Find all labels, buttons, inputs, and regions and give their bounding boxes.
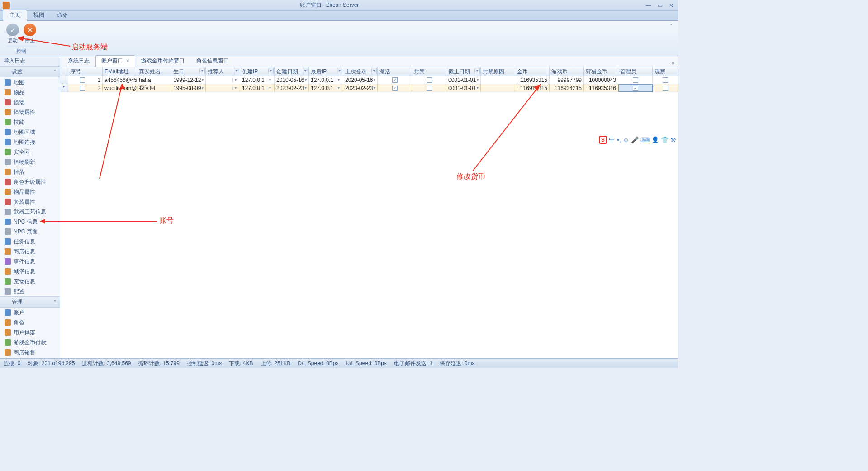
cell-9[interactable] (378, 76, 412, 84)
ribbon-tab-view[interactable]: 视图 (27, 10, 51, 20)
col-header-3[interactable]: 生日▾ (171, 67, 206, 76)
table-row[interactable]: 1a456456@45...haha1999-12-12▾▾127.0.0.1▾… (60, 76, 678, 84)
ime-punct-icon[interactable]: •, (617, 136, 621, 143)
cell-dropdown-icon[interactable]: ▾ (232, 86, 238, 90)
sidebar-item-0-1[interactable]: 物品 (0, 87, 60, 97)
cell-dropdown-icon[interactable]: ▾ (336, 78, 341, 82)
col-header-9[interactable]: 激活 (378, 67, 412, 76)
sidebar-item-1-3[interactable]: 游戏金币付款 (0, 338, 60, 347)
sidebar-item-0-9[interactable]: 掉落 (0, 167, 60, 177)
sidebar-item-1-0[interactable]: 账户 (0, 308, 60, 318)
sidebar-group-0[interactable]: 设置˄ (0, 66, 60, 77)
cell-5[interactable]: 127.0.0.1▾ (240, 76, 275, 84)
col-header-12[interactable]: 封禁原因 (481, 67, 515, 76)
tabs-close-icon[interactable]: × (668, 60, 678, 67)
cell-11[interactable]: 0001-01-01▾ (446, 84, 481, 92)
sidebar-item-0-15[interactable]: NPC 页面 (0, 227, 60, 237)
cell-dropdown-icon[interactable]: ▾ (267, 78, 272, 82)
cell-dropdown-icon[interactable]: ▾ (373, 86, 375, 90)
ribbon-tab-home[interactable]: 主页 (3, 10, 27, 21)
cell-6[interactable]: 2023-02-23▾ (275, 84, 309, 92)
ime-lang[interactable]: 中 (609, 136, 615, 144)
sidebar-item-0-7[interactable]: 安全区 (0, 147, 60, 157)
cell-dropdown-icon[interactable]: ▾ (201, 86, 204, 90)
col-header-2[interactable]: 真实姓名 (137, 67, 171, 76)
doc-tab-1[interactable]: 账户窗口✕ (95, 55, 135, 67)
cell-dropdown-icon[interactable]: ▾ (304, 78, 307, 82)
sidebar-item-0-20[interactable]: 宠物信息 (0, 276, 60, 286)
sidebar-item-0-3[interactable]: 怪物属性 (0, 107, 60, 117)
col-header-15[interactable]: 狩猎金币 (584, 67, 618, 76)
col-header-0[interactable]: 序号 (68, 67, 103, 76)
ime-skin-icon[interactable]: 👕 (661, 136, 669, 143)
cell-2[interactable]: 我问问 (137, 84, 171, 92)
ime-mic-icon[interactable]: 🎤 (631, 136, 639, 143)
cell-15[interactable]: 116935316 (584, 84, 618, 92)
doc-tab-2[interactable]: 游戏金币付款窗口 (135, 55, 190, 67)
col-header-10[interactable]: 封禁 (412, 67, 446, 76)
maximize-icon[interactable]: ▭ (658, 2, 663, 9)
cell-16[interactable] (618, 76, 653, 84)
ime-tool-icon[interactable]: ⚒ (670, 136, 676, 143)
cell-3[interactable]: 1995-08-09▾ (171, 84, 206, 92)
cell-10[interactable] (412, 76, 446, 84)
col-header-4[interactable]: 推荐人▾ (206, 67, 240, 76)
cell-0[interactable]: 1 (68, 76, 103, 84)
cell-dropdown-icon[interactable]: ▾ (201, 78, 204, 82)
sidebar-truncated[interactable]: 导入日志 (0, 56, 60, 66)
cell-14[interactable]: 99997799 (550, 76, 584, 84)
cell-dropdown-icon[interactable]: ▾ (336, 86, 341, 90)
cell-7[interactable]: 127.0.0.1▾ (309, 84, 343, 92)
cell-1[interactable]: a456456@45... (103, 76, 137, 84)
cell-12[interactable] (481, 76, 515, 84)
cell-4[interactable]: ▾ (206, 84, 240, 92)
col-header-14[interactable]: 游戏币 (550, 67, 584, 76)
row-check[interactable] (80, 77, 85, 83)
stop-button[interactable]: ✕ 停止 (23, 23, 37, 44)
sidebar-item-0-8[interactable]: 怪物刷新 (0, 157, 60, 167)
cell-2[interactable]: haha (137, 76, 171, 84)
cell-17[interactable] (653, 76, 678, 84)
col-header-6[interactable]: 创建日期▾ (275, 67, 309, 76)
active-check[interactable] (392, 77, 398, 83)
col-dropdown-icon[interactable]: ▾ (303, 68, 308, 74)
sidebar-item-0-5[interactable]: 地图区域 (0, 127, 60, 137)
cell-dropdown-icon[interactable]: ▾ (373, 78, 375, 82)
cell-13[interactable]: 116918315 (515, 84, 550, 92)
sidebar-item-0-12[interactable]: 套装属性 (0, 197, 60, 207)
sidebar-item-0-6[interactable]: 地图连接 (0, 137, 60, 147)
sidebar-item-1-1[interactable]: 角色 (0, 318, 60, 328)
sidebar-item-1-4[interactable]: 商店销售 (0, 347, 60, 357)
col-header-7[interactable]: 最后IP▾ (309, 67, 343, 76)
cell-8[interactable]: 2020-05-16▾ (343, 76, 378, 84)
row-check[interactable] (80, 86, 85, 91)
sidebar-item-0-13[interactable]: 武器工艺信息 (0, 207, 60, 217)
cell-dropdown-icon[interactable]: ▾ (232, 78, 238, 82)
col-header-13[interactable]: 金币 (515, 67, 550, 76)
ban-check[interactable] (427, 77, 432, 83)
sidebar-item-0-19[interactable]: 城堡信息 (0, 266, 60, 276)
col-header-16[interactable]: 管理员 (618, 67, 653, 76)
sidebar-group-1[interactable]: 管理˄ (0, 296, 60, 308)
doc-tab-0[interactable]: 系统日志 (62, 55, 95, 67)
table-row[interactable]: ▸ 2wudiliucom@q...我问问1995-08-09▾▾127.0.0… (60, 84, 678, 92)
ime-kbd-icon[interactable]: ⌨ (640, 136, 650, 143)
cell-13[interactable]: 116935315 (515, 76, 550, 84)
col-header-11[interactable]: 截止日期▾ (446, 67, 481, 76)
cell-8[interactable]: 2023-02-23▾ (343, 84, 378, 92)
doc-tab-3[interactable]: 角色信息窗口 (190, 55, 235, 67)
tab-close-icon[interactable]: ✕ (126, 58, 129, 63)
cell-5[interactable]: 127.0.0.1▾ (240, 84, 275, 92)
col-dropdown-icon[interactable]: ▾ (268, 68, 274, 74)
ribbon-collapse-icon[interactable]: ˄ (667, 23, 675, 31)
cell-15[interactable]: 100000043 (584, 76, 618, 84)
cell-6[interactable]: 2020-05-16▾ (275, 76, 309, 84)
cell-0[interactable]: 2 (68, 84, 103, 92)
sidebar-item-0-0[interactable]: 地图 (0, 77, 60, 87)
ime-emoji-icon[interactable]: ☺ (623, 136, 629, 143)
col-dropdown-icon[interactable]: ▾ (371, 68, 377, 74)
sidebar-item-0-17[interactable]: 商店信息 (0, 247, 60, 257)
cell-10[interactable] (412, 84, 446, 92)
sidebar-item-0-11[interactable]: 物品属性 (0, 187, 60, 197)
sidebar-item-0-10[interactable]: 角色升级属性 (0, 177, 60, 187)
